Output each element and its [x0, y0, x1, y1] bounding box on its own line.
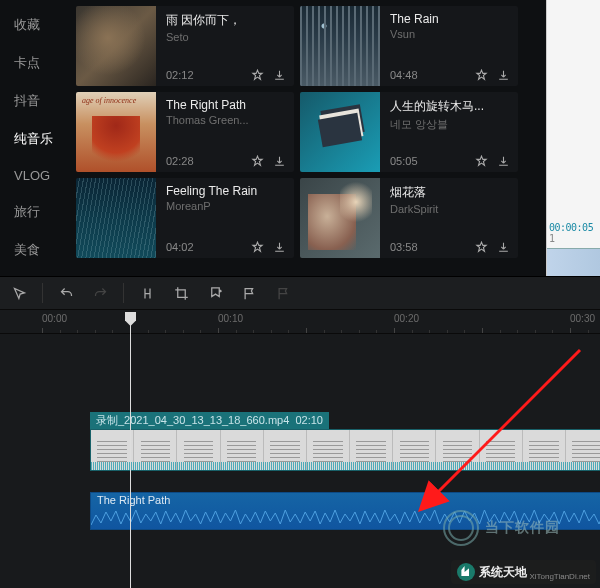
track-artist: Vsun	[390, 28, 510, 40]
track-duration: 02:28	[166, 155, 194, 167]
svg-line-0	[435, 350, 580, 495]
track-artist: 네모 앙상블	[390, 117, 510, 132]
track-duration: 04:48	[390, 69, 418, 81]
track-artist: MoreanP	[166, 200, 286, 212]
timeline[interactable]: 00:00 00:10 00:20 00:30 录制_2021_04_30_13…	[0, 310, 600, 588]
track-card[interactable]: The Rain Vsun 04:48	[300, 6, 518, 86]
flag-disabled-icon	[270, 280, 296, 306]
audio-waveform	[91, 507, 600, 527]
preview-timecode: 00:00:05 1	[549, 222, 600, 244]
album-art	[76, 178, 156, 258]
track-title: The Right Path	[166, 98, 286, 112]
undo-icon[interactable]	[53, 280, 79, 306]
sidebar-item-beat[interactable]: 卡点	[0, 44, 72, 82]
track-card[interactable]: 雨 因你而下， Seto 02:12	[76, 6, 294, 86]
track-title: Feeling The Rain	[166, 184, 286, 198]
track-title: 烟花落	[390, 184, 510, 201]
favorite-icon[interactable]	[250, 240, 264, 254]
track-artist: Thomas Green...	[166, 114, 286, 126]
track-title: The Rain	[390, 12, 510, 26]
download-icon[interactable]	[496, 154, 510, 168]
track-artist: DarkSpirit	[390, 203, 510, 215]
track-artist: Seto	[166, 31, 286, 43]
favorite-icon[interactable]	[250, 68, 264, 82]
download-icon[interactable]	[272, 68, 286, 82]
track-duration: 03:58	[390, 241, 418, 253]
music-library-panel: 收藏 卡点 抖音 纯音乐 VLOG 旅行 美食 雨 因你而下， Seto 02:…	[0, 0, 600, 276]
cursor-tool-icon[interactable]	[6, 280, 32, 306]
playhead[interactable]	[130, 312, 131, 588]
video-clip-label: 录制_2021_04_30_13_13_18_660.mp4 02:10	[90, 412, 329, 429]
marker-add-icon[interactable]	[202, 280, 228, 306]
track-grid: 雨 因你而下， Seto 02:12 The Rain Vsun 04:48	[72, 0, 546, 276]
sidebar-item-travel[interactable]: 旅行	[0, 193, 72, 231]
video-clip[interactable]	[90, 429, 600, 471]
download-icon[interactable]	[272, 154, 286, 168]
album-art	[300, 92, 380, 172]
sidebar-item-favorites[interactable]: 收藏	[0, 6, 72, 44]
ruler-mark: 00:00	[42, 313, 67, 324]
album-art	[76, 6, 156, 86]
album-art	[76, 92, 156, 172]
preview-panel-edge: 00:00:05 1	[546, 0, 600, 276]
track-card[interactable]: The Right Path Thomas Green... 02:28	[76, 92, 294, 172]
favorite-icon[interactable]	[474, 240, 488, 254]
favorite-icon[interactable]	[474, 154, 488, 168]
sidebar-item-food[interactable]: 美食	[0, 231, 72, 269]
track-duration: 05:05	[390, 155, 418, 167]
favorite-icon[interactable]	[474, 68, 488, 82]
timeline-toolbar	[0, 276, 600, 310]
sidebar-item-vlog[interactable]: VLOG	[0, 158, 72, 193]
timeline-ruler[interactable]: 00:00 00:10 00:20 00:30	[0, 310, 600, 334]
download-icon[interactable]	[496, 240, 510, 254]
sidebar-item-pure-music[interactable]: 纯音乐	[0, 120, 72, 158]
ruler-mark: 00:20	[394, 313, 419, 324]
download-icon[interactable]	[272, 240, 286, 254]
track-title: 雨 因你而下，	[166, 12, 286, 29]
flag-icon[interactable]	[236, 280, 262, 306]
track-title: 人生的旋转木马...	[390, 98, 510, 115]
download-icon[interactable]	[496, 68, 510, 82]
category-sidebar: 收藏 卡点 抖音 纯音乐 VLOG 旅行 美食	[0, 0, 72, 276]
track-card[interactable]: 人生的旋转木马... 네모 앙상블 05:05	[300, 92, 518, 172]
audio-clip-label: The Right Path	[91, 493, 600, 507]
album-art	[300, 178, 380, 258]
audio-clip[interactable]: The Right Path	[90, 492, 600, 530]
redo-icon	[87, 280, 113, 306]
ruler-mark: 00:10	[218, 313, 243, 324]
sidebar-item-douyin[interactable]: 抖音	[0, 82, 72, 120]
track-duration: 02:12	[166, 69, 194, 81]
watermark-xitongtiandi: 系统天地 XiTongTianDi.net	[451, 560, 596, 584]
album-art	[300, 6, 380, 86]
crop-icon[interactable]	[168, 280, 194, 306]
track-card[interactable]: Feeling The Rain MoreanP 04:02	[76, 178, 294, 258]
track-card[interactable]: 烟花落 DarkSpirit 03:58	[300, 178, 518, 258]
ruler-mark: 00:30	[570, 313, 595, 324]
split-icon[interactable]	[134, 280, 160, 306]
favorite-icon[interactable]	[250, 154, 264, 168]
track-duration: 04:02	[166, 241, 194, 253]
